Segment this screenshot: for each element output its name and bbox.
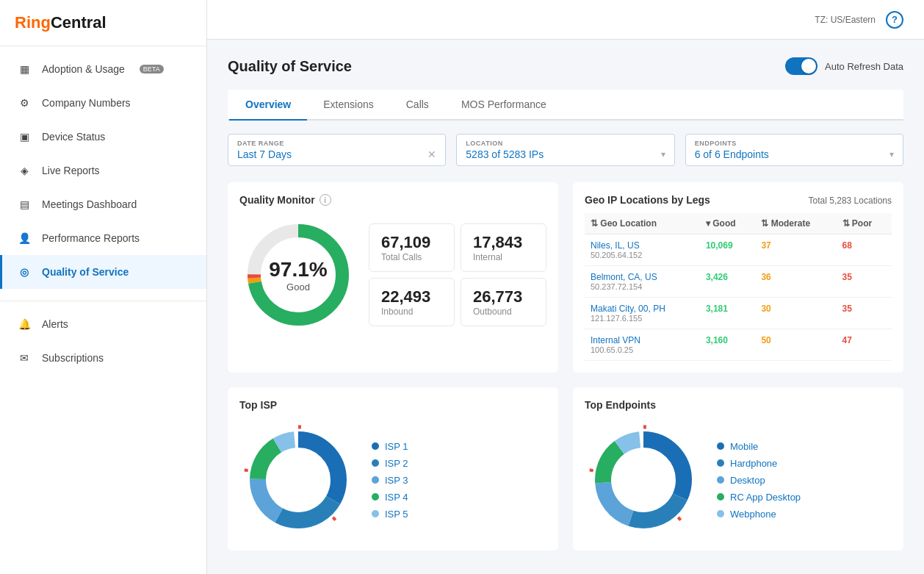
nav-label-subscriptions: Subscriptions [42,352,104,364]
quality-of-service-icon: ◎ [17,265,32,279]
legend-dot [372,459,379,467]
auto-refresh-control: Auto Refresh Data [785,57,903,75]
logo-central: Central [51,13,107,32]
quality-monitor-info-icon[interactable]: i [320,194,331,206]
tab-extensions[interactable]: Extensions [307,90,389,121]
table-row: Belmont, CA, US 50.237.72.154 3,426 36 3… [585,266,892,298]
sidebar-item-company-numbers[interactable]: ⚙ Company Numbers [0,86,206,120]
auto-refresh-toggle[interactable] [785,57,817,75]
geo-section: Geo IP Locations by Legs Total 5,283 Loc… [573,182,903,373]
date-range-clear[interactable]: ✕ [427,148,436,160]
isp-legend-isp-2[interactable]: ISP 2 [372,458,408,469]
nav-badge-adoption: BETA [140,65,164,73]
geo-location-cell[interactable]: Belmont, CA, US 50.237.72.154 [585,266,700,298]
legend-dot [372,476,379,484]
adoption-icon: ▦ [17,62,32,76]
sidebar-item-live-reports[interactable]: ◈ Live Reports [0,154,206,187]
page-title: Quality of Service [228,58,352,75]
sidebar-item-meetings-dashboard[interactable]: ▤ Meetings Dashboard [0,187,206,221]
performance-reports-icon: 👤 [17,231,32,245]
tab-mos-performance[interactable]: MOS Performance [445,90,563,121]
nav-label-live-reports: Live Reports [42,165,100,176]
tab-calls[interactable]: Calls [390,90,445,121]
legend-dot [372,493,379,501]
table-row: Internal VPN 100.65.0.25 3,160 50 47 [585,329,892,361]
filters-bar: DATE RANGE Last 7 Days ✕ LOCATION 5283 o… [228,134,903,166]
logo-ring: Ring [15,13,51,32]
outbound-label: Outbound [473,306,534,317]
sidebar-item-alerts[interactable]: 🔔 Alerts [0,307,206,341]
legend-label: ISP 1 [385,441,408,452]
isp-legend-isp-4[interactable]: ISP 4 [372,492,408,503]
meetings-dashboard-icon: ▤ [17,197,32,212]
sidebar-item-performance-reports[interactable]: 👤 Performance Reports [0,221,206,255]
nav-label-quality-of-service: Quality of Service [42,266,129,278]
device-status-icon: ▣ [17,129,32,144]
sidebar-nav: ▦ Adoption & Usage BETA ⚙ Company Number… [0,46,206,574]
total-calls-value: 67,109 [381,233,442,252]
legend-label: Desktop [730,475,765,486]
date-range-label: DATE RANGE [237,140,436,147]
geo-good-cell: 3,426 [700,266,755,298]
geo-title: Geo IP Locations by Legs [585,194,710,206]
endpoint-legend-desktop[interactable]: Desktop [717,475,801,486]
location-dropdown-arrow[interactable]: ▾ [661,149,665,159]
total-calls-stat: 67,109 Total Calls [369,223,455,272]
nav-label-adoption: Adoption & Usage [42,63,125,75]
top-endpoints-legend: MobileHardphoneDesktopRC App DesktopWebp… [717,441,801,520]
legend-label: ISP 3 [385,475,408,486]
sidebar-item-device-status[interactable]: ▣ Device Status [0,120,206,154]
internal-stat: 17,843 Internal [461,223,546,272]
nav-label-performance-reports: Performance Reports [42,232,140,244]
dashboard-grid: Quality Monitor i [228,182,903,373]
endpoints-dropdown-arrow[interactable]: ▾ [889,149,894,159]
outbound-stat: 26,773 Outbound [461,278,546,326]
geo-col-good[interactable]: ▾ Good [700,213,755,234]
geo-location-cell[interactable]: Internal VPN 100.65.0.25 [585,329,700,361]
endpoint-legend-webphone[interactable]: Webphone [717,509,801,520]
legend-dot [717,459,724,467]
geo-location-cell[interactable]: Niles, IL, US 50.205.64.152 [585,234,700,266]
legend-label: ISP 4 [385,492,408,503]
internal-value: 17,843 [473,233,534,252]
geo-location-cell[interactable]: Makati City, 00, PH 121.127.6.155 [585,298,700,329]
legend-label: Mobile [730,441,758,452]
internal-label: Internal [473,252,534,262]
location-filter[interactable]: LOCATION 5283 of 5283 IPs ▾ [456,134,674,166]
endpoint-legend-rc-app desktop[interactable]: RC App Desktop [717,492,801,503]
page-header: Quality of Service Auto Refresh Data [228,57,903,75]
sidebar-item-subscriptions[interactable]: ✉ Subscriptions [0,341,206,375]
top-isp-section: Top ISP ISP 1 [228,387,558,550]
geo-col-location[interactable]: ⇅ Geo Location [585,213,700,234]
tab-overview[interactable]: Overview [229,90,307,121]
legend-dot [372,442,379,450]
legend-dot [717,476,724,484]
nav-label-company-numbers: Company Numbers [42,97,131,109]
live-reports-icon: ◈ [17,163,32,178]
isp-legend-isp-5[interactable]: ISP 5 [372,509,408,520]
bottom-charts-row: Top ISP ISP 1 [228,387,903,550]
content-area: Quality of Service Auto Refresh Data Ove… [207,40,924,574]
company-numbers-icon: ⚙ [17,96,32,110]
top-isp-legend: ISP 1ISP 2ISP 3ISP 4ISP 5 [372,441,408,520]
geo-col-poor[interactable]: ⇅ Poor [837,213,892,234]
location-label: LOCATION [466,140,665,147]
legend-label: ISP 5 [385,509,408,520]
isp-legend-isp-1[interactable]: ISP 1 [372,441,408,452]
endpoint-legend-hardphone[interactable]: Hardphone [717,458,801,469]
endpoints-filter[interactable]: ENDPOINTS 6 of 6 Endpoints ▾ [685,134,903,166]
sidebar-item-quality-of-service[interactable]: ◎ Quality of Service [0,255,206,289]
nav-label-device-status: Device Status [42,131,105,143]
quality-label: Good [269,281,327,293]
geo-col-moderate[interactable]: ⇅ Moderate [755,213,836,234]
help-icon[interactable]: ? [886,11,903,29]
geo-table: ⇅ Geo Location ▾ Good ⇅ Moderate ⇅ Poor … [585,213,892,361]
endpoint-legend-mobile[interactable]: Mobile [717,441,801,452]
endpoints-value: 6 of 6 Endpoints [695,148,769,160]
date-range-filter[interactable]: DATE RANGE Last 7 Days ✕ [228,134,446,166]
tabs-bar: OverviewExtensionsCallsMOS Performance [228,90,903,121]
date-range-value: Last 7 Days [237,148,292,160]
quality-percentage: 97.1% [269,258,327,281]
sidebar-item-adoption[interactable]: ▦ Adoption & Usage BETA [0,52,206,86]
isp-legend-isp-3[interactable]: ISP 3 [372,475,408,486]
